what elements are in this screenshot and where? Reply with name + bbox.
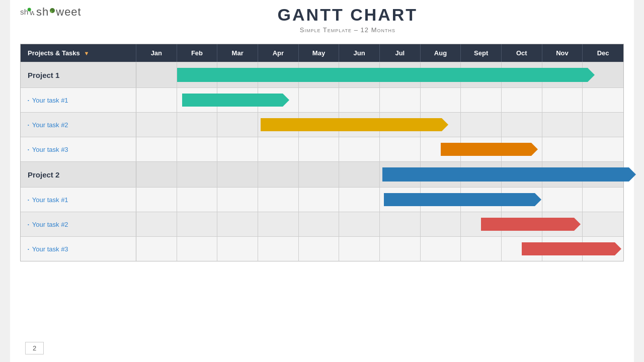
t12-apr (258, 113, 299, 137)
task1-1-bar (182, 94, 289, 107)
task2-1-row: • Your task #1 (21, 187, 623, 212)
p2-mar (217, 162, 258, 187)
t21-feb (177, 188, 218, 212)
t22-jan (136, 212, 177, 236)
task2-3-label: • Your task #3 (21, 237, 136, 261)
project2-bar (382, 167, 636, 182)
task2-1-label: • Your task #1 (21, 188, 136, 212)
t12-mar (217, 113, 258, 137)
task1-2-bar-body (261, 118, 442, 131)
project1-bar (177, 68, 595, 82)
t21-jan (136, 188, 177, 212)
task2-1-bar-arrow (535, 193, 541, 206)
task1-2-bar-arrow (442, 118, 448, 131)
project1-bar-body (177, 68, 588, 82)
task1-3-bar-arrow (531, 143, 538, 156)
sub-title: Simple Template – 12 Months (82, 26, 614, 34)
logo: sh weet sh weet (20, 5, 82, 19)
t11-aug (421, 88, 461, 112)
p2-apr (258, 162, 299, 187)
task1-1-label: • Your task #1 (21, 88, 136, 112)
task2-3-bar (522, 242, 621, 255)
project2-row: Project 2 (21, 161, 623, 187)
t13-jul (380, 137, 421, 161)
task1-1-bar-arrow (283, 94, 289, 107)
header-nov: Nov (542, 44, 583, 62)
t22-may (299, 212, 340, 236)
t21-jun (339, 188, 380, 212)
t23-jun (339, 237, 380, 261)
header-dec: Dec (583, 44, 623, 62)
t23-aug (421, 237, 461, 261)
t21-mar (217, 188, 258, 212)
t11-nov (542, 88, 583, 112)
project1-row: Project 1 (21, 62, 623, 87)
logo-icon: sh weet (20, 5, 34, 19)
t21-dec (583, 188, 623, 212)
task2-2-row: • Your task #2 (21, 212, 623, 236)
task1-3-bar-body (441, 143, 531, 156)
header-sept: Sept (461, 44, 502, 62)
header-may: May (299, 44, 340, 62)
task2-2-bar-body (481, 218, 574, 231)
t13-dec (583, 137, 623, 161)
task2-3-bar-body (522, 242, 615, 255)
task-bullet: • (28, 247, 29, 251)
t12-oct (502, 113, 542, 137)
t23-sept (461, 237, 502, 261)
svg-point-4 (50, 11, 52, 13)
task-bullet: • (28, 222, 29, 227)
task-bullet: • (28, 98, 29, 103)
header-jul: Jul (380, 44, 421, 62)
svg-text:sh: sh (20, 8, 28, 16)
title-area: Gantt Chart Simple Template – 12 Months (82, 5, 624, 34)
t12-sept (461, 113, 502, 137)
t11-jan (136, 88, 177, 112)
task-bullet: • (28, 123, 29, 127)
svg-text:weet: weet (29, 8, 34, 17)
t22-apr (258, 212, 299, 236)
task1-3-row: • Your task #3 (21, 137, 623, 161)
header-oct: Oct (502, 44, 542, 62)
t21-may (299, 188, 340, 212)
project1-bar-arrow (588, 68, 595, 82)
p2-may (299, 162, 340, 187)
task1-2-bar (261, 118, 448, 131)
t11-dec (583, 88, 623, 112)
t11-jun (339, 88, 380, 112)
t22-sept (461, 212, 502, 236)
header-jan: Jan (136, 44, 177, 62)
t11-oct (502, 88, 542, 112)
t13-mar (217, 137, 258, 161)
t23-jan (136, 237, 177, 261)
header-mar: Mar (217, 44, 258, 62)
task2-2-bar (481, 218, 581, 231)
t22-jun (339, 212, 380, 236)
logo-text: sh weet (36, 6, 82, 19)
header-apr: Apr (258, 44, 299, 62)
t12-dec (583, 113, 623, 137)
project1-label: Project 1 (21, 62, 136, 87)
t22-aug (421, 212, 461, 236)
t13-may (299, 137, 340, 161)
p1-jan (136, 62, 177, 87)
task-bullet: • (28, 147, 29, 152)
header-jun: Jun (339, 44, 380, 62)
task1-3-bar (441, 143, 538, 156)
task2-2-bar-arrow (574, 218, 581, 231)
t22-feb (177, 212, 218, 236)
task1-1-row: • Your task #1 (21, 87, 623, 112)
task2-2-label: • Your task #2 (21, 212, 136, 236)
t23-jul (380, 237, 421, 261)
t12-feb (177, 113, 218, 137)
task2-3-bar-arrow (615, 242, 621, 255)
t22-mar (217, 212, 258, 236)
t13-feb (177, 137, 218, 161)
header-aug: Aug (421, 44, 461, 62)
task1-2-label: • Your task #2 (21, 113, 136, 137)
t23-apr (258, 237, 299, 261)
p2-feb (177, 162, 218, 187)
t13-jun (339, 137, 380, 161)
task1-3-label: • Your task #3 (21, 137, 136, 161)
project2-label: Project 2 (21, 162, 136, 187)
